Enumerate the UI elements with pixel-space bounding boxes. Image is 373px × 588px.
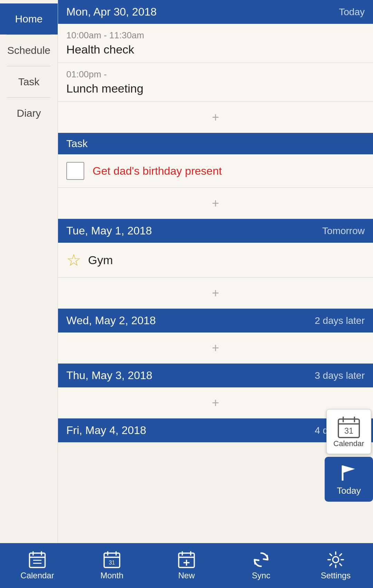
calendar-nav-icon (28, 551, 46, 569)
nav-item-calendar[interactable]: Calendar (0, 547, 75, 584)
add-plus-icon: + (212, 110, 219, 125)
calendar-popup-icon: 31 (337, 415, 361, 439)
svg-point-24 (333, 557, 338, 562)
sidebar-item-label: Task (18, 76, 40, 87)
svg-marker-6 (343, 465, 355, 473)
day-header-1: Tue, May 1, 2018 Tomorrow (58, 219, 373, 243)
event-time: 01:00pm - (66, 69, 365, 80)
sidebar-item-label: Schedule (7, 45, 50, 56)
nav-label-sync: Sync (252, 571, 270, 580)
nav-item-new[interactable]: New (149, 547, 224, 584)
today-popup-label: Today (337, 485, 361, 496)
day-date: Mon, Apr 30, 2018 (66, 6, 157, 18)
nav-item-sync[interactable]: Sync (224, 547, 298, 584)
sidebar-item-schedule[interactable]: Schedule (0, 35, 58, 66)
sidebar-item-home[interactable]: Home (0, 3, 58, 35)
new-nav-icon (178, 551, 195, 569)
svg-text:31: 31 (344, 426, 353, 435)
sidebar-item-task[interactable]: Task (0, 66, 58, 97)
today-popup-button[interactable]: Today (325, 457, 373, 502)
day-date: Fri, May 4, 2018 (66, 424, 146, 437)
event-title: Lunch meeting (66, 82, 365, 95)
today-flag-icon (338, 463, 359, 483)
day-header-0: Mon, Apr 30, 2018 Today (58, 0, 373, 24)
sidebar-item-diary[interactable]: Diary (0, 98, 58, 129)
day-date: Wed, May 2, 2018 (66, 314, 156, 327)
sidebar: Home Schedule Task Diary (0, 0, 58, 543)
today-popup: 31 Calendar Today (325, 409, 373, 502)
add-plus-icon-3: + (212, 286, 219, 300)
add-event-placeholder-2[interactable]: + (58, 332, 373, 364)
task-item-0[interactable]: Get dad's birthday present (58, 154, 373, 188)
day-header-3: Thu, May 3, 2018 3 days later (58, 364, 373, 387)
sidebar-item-label: Diary (17, 107, 41, 119)
day-header-2: Wed, May 2, 2018 2 days later (58, 309, 373, 332)
settings-nav-icon (327, 551, 345, 569)
nav-label-calendar: Calendar (20, 571, 54, 580)
event-item-0-1[interactable]: 01:00pm - Lunch meeting (58, 63, 373, 102)
main-wrapper: Mon, Apr 30, 2018 Today 10:00am - 11:30a… (58, 0, 373, 543)
calendar-popup-label: Calendar (333, 439, 364, 448)
add-plus-icon-2: + (212, 196, 219, 211)
event-item-0-0[interactable]: 10:00am - 11:30am Health check (58, 24, 373, 63)
task-checkbox[interactable] (66, 162, 84, 180)
task-title: Get dad's birthday present (93, 165, 222, 177)
sync-nav-icon (252, 551, 270, 569)
nav-label-settings: Settings (321, 571, 351, 580)
calendar-popup-button[interactable]: 31 Calendar (326, 409, 371, 454)
event-title: Health check (66, 43, 365, 56)
event-time: 10:00am - 11:30am (66, 30, 365, 41)
day-date: Tue, May 1, 2018 (66, 224, 152, 237)
add-plus-icon-4: + (212, 341, 219, 355)
star-event-1-0[interactable]: ☆ Gym (58, 243, 373, 278)
nav-label-new: New (178, 571, 195, 580)
nav-item-settings[interactable]: Settings (298, 547, 373, 584)
nav-item-month[interactable]: 31 Month (75, 547, 149, 584)
task-section-header: Task (58, 133, 373, 154)
sidebar-item-label: Home (15, 13, 42, 25)
day-label: Today (339, 7, 365, 18)
add-plus-icon-5: + (212, 396, 219, 410)
day-label: 2 days later (315, 315, 365, 326)
day-label: 3 days later (315, 370, 365, 381)
task-label: Task (66, 138, 88, 149)
add-event-placeholder-1[interactable]: + (58, 278, 373, 309)
day-label: Tomorrow (322, 225, 365, 237)
bottom-nav: Calendar 31 Month New Sy (0, 543, 373, 588)
svg-text:31: 31 (109, 560, 115, 566)
nav-label-month: Month (101, 571, 124, 580)
add-task-placeholder-0[interactable]: + (58, 188, 373, 219)
month-nav-icon: 31 (103, 551, 121, 569)
event-title: Gym (88, 253, 113, 267)
star-icon: ☆ (66, 250, 81, 270)
day-date: Thu, May 3, 2018 (66, 369, 152, 382)
add-event-placeholder-0[interactable]: + (58, 102, 373, 133)
